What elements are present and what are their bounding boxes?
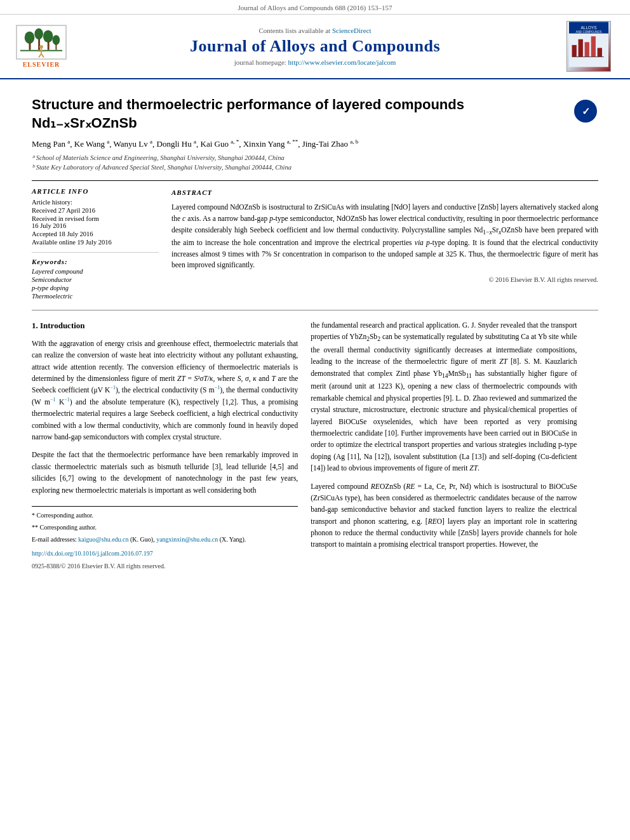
elsevier-brand-text: ELSEVIER [23, 61, 60, 68]
main-body-section: 1. Introduction With the aggravation of … [32, 310, 598, 571]
svg-point-3 [43, 30, 53, 42]
elsevier-logo-area: ELSEVIER [13, 25, 70, 68]
received-date: Received 27 April 2016 [32, 207, 159, 214]
intro-paragraph-1: With the aggravation of energy crisis an… [32, 338, 298, 443]
svg-point-1 [25, 31, 35, 43]
svg-point-4 [53, 35, 60, 45]
article-history: Article history: Received 27 April 2016 … [32, 199, 159, 253]
section1-title: 1. Introduction [32, 319, 298, 333]
crossmark-icon: ✓ [574, 100, 597, 123]
keyword-3: p-type doping [32, 284, 159, 291]
svg-rect-21 [585, 42, 589, 57]
keyword-1: Layered compound [32, 268, 159, 275]
svg-point-2 [34, 28, 43, 39]
elsevier-tree-logo [16, 25, 67, 60]
authors-line: Meng Pan a, Ke Wang a, Wanyu Lv a, Dongl… [32, 138, 598, 149]
svg-rect-6 [38, 39, 40, 50]
journal-reference-bar: Journal of Alloys and Compounds 688 (201… [0, 0, 630, 15]
svg-rect-19 [572, 45, 577, 57]
copyright-line: © 2016 Elsevier B.V. All rights reserved… [171, 275, 598, 285]
keywords-label: Keywords: [32, 258, 159, 265]
email-addresses: E-mail addresses: kaiguo@shu.edu.cn (K. … [32, 535, 298, 545]
svg-text:ALLOYS: ALLOYS [581, 25, 597, 30]
revised-date: Received in revised form 16 July 2016 [32, 215, 159, 229]
svg-rect-23 [598, 48, 602, 57]
journal-cover-thumbnail: ALLOYS AND COMPOUNDS [566, 21, 611, 72]
svg-rect-24 [572, 57, 604, 57]
svg-text:AND COMPOUNDS: AND COMPOUNDS [576, 30, 602, 34]
journal-reference: Journal of Alloys and Compounds 688 (201… [238, 4, 392, 11]
main-content-area: Structure and thermoelectric performance… [0, 79, 630, 582]
journal-header: ELSEVIER Contents lists available at Sci… [0, 15, 630, 79]
article-title: Structure and thermoelectric performance… [32, 96, 566, 132]
available-date: Available online 19 July 2016 [32, 239, 159, 246]
journal-header-center: Contents lists available at ScienceDirec… [70, 27, 560, 66]
history-label: Article history: [32, 199, 159, 206]
doi-line: http://dx.doi.org/10.1016/j.jallcom.2016… [32, 549, 298, 559]
keyword-2: Semiconductor [32, 276, 159, 283]
journal-cover-area: ALLOYS AND COMPOUNDS [560, 21, 617, 72]
corresponding-author-2: ** Corresponding author. [32, 523, 298, 533]
svg-rect-22 [591, 36, 596, 57]
article-info-column: ARTICLE INFO Article history: Received 2… [32, 187, 159, 301]
journal-homepage-link[interactable]: http://www.elsevier.com/locate/jalcom [288, 58, 396, 66]
sciencedirect-line: Contents lists available at ScienceDirec… [70, 27, 560, 34]
keywords-section: Keywords: Layered compound Semiconductor… [32, 258, 159, 300]
journal-title: Journal of Alloys and Compounds [70, 37, 560, 56]
crossmark-badge[interactable]: ✓ [573, 98, 598, 124]
abstract-header: ABSTRACT [171, 187, 598, 198]
svg-rect-20 [579, 39, 583, 57]
intro-paragraph-2: Despite the fact that the thermoelectric… [32, 449, 298, 496]
keyword-4: Thermoelectric [32, 293, 159, 300]
issn-line: 0925-8388/© 2016 Elsevier B.V. All right… [32, 561, 298, 571]
left-column: 1. Introduction With the aggravation of … [32, 319, 298, 571]
doi-link[interactable]: http://dx.doi.org/10.1016/j.jallcom.2016… [32, 550, 153, 557]
right-paragraph-1: the fundamental research and practical a… [311, 319, 577, 474]
accepted-date: Accepted 18 July 2016 [32, 230, 159, 237]
email-link-yang[interactable]: yangxinxin@shu.edu.cn [156, 536, 218, 543]
info-abstract-section: ARTICLE INFO Article history: Received 2… [32, 180, 598, 301]
abstract-column: ABSTRACT Layered compound NdOZnSb is iso… [171, 187, 598, 301]
footnotes: * Corresponding author. ** Corresponding… [32, 506, 298, 571]
svg-point-10 [39, 44, 43, 48]
corresponding-author-1: * Corresponding author. [32, 510, 298, 521]
article-title-section: Structure and thermoelectric performance… [32, 96, 598, 132]
sciencedirect-link[interactable]: ScienceDirect [332, 27, 372, 34]
abstract-text: Layered compound NdOZnSb is isostructura… [171, 202, 598, 271]
article-info-header: ARTICLE INFO [32, 187, 159, 195]
affiliations: ᵃ School of Materials Science and Engine… [32, 153, 598, 173]
svg-rect-7 [48, 41, 50, 50]
svg-rect-8 [55, 43, 57, 50]
right-column: the fundamental research and practical a… [311, 319, 577, 571]
svg-rect-5 [29, 43, 31, 50]
right-paragraph-2: Layered compound REOZnSb (RE = La, Ce, P… [311, 481, 577, 550]
journal-homepage-line: journal homepage: http://www.elsevier.co… [70, 58, 560, 66]
affiliation-a: ᵃ School of Materials Science and Engine… [32, 153, 598, 163]
affiliation-b: ᵇ State Key Laboratory of Advanced Speci… [32, 163, 598, 173]
email-link-guo[interactable]: kaiguo@shu.edu.cn [78, 536, 128, 543]
